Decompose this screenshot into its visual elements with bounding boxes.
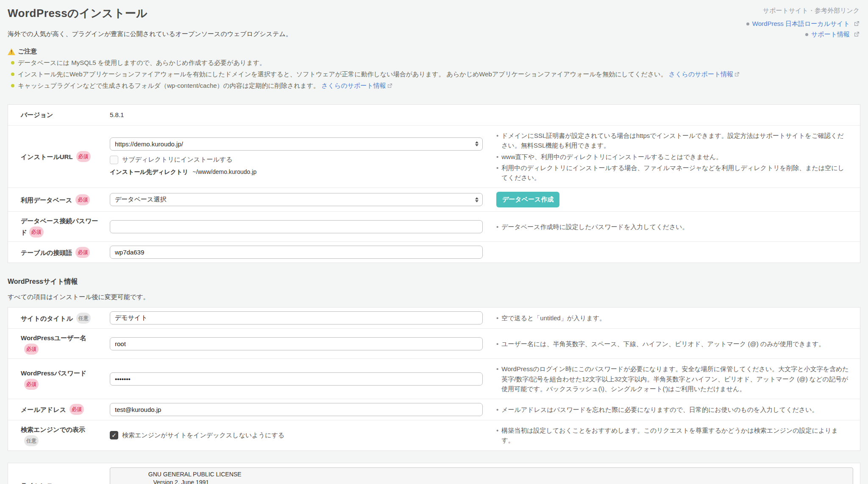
bullet-icon: • [496, 405, 498, 414]
field-note: 構築当初は設定しておくことをおすすめします。このリクエストを尊重するかどうかは検… [501, 425, 850, 445]
subdirectory-checkbox[interactable] [110, 156, 118, 164]
install-directory-line: インストール先ディレクトリ~/www/demo.kuroudo.jp [110, 168, 490, 176]
sakura-support-link[interactable]: さくらのサポート情報 [669, 70, 733, 78]
wordpress-install-page: サポートサイト・参考外部リンク WordPress 日本語ローカルサイト サポー… [0, 0, 868, 484]
external-link-icon [854, 31, 860, 38]
required-badge: 必須 [24, 344, 39, 355]
install-url-select[interactable]: https://demo.kuroudo.jp/ [110, 137, 483, 151]
field-label: メールアドレス [21, 406, 66, 413]
bullet-icon: • [496, 152, 498, 162]
note-line: •データベース作成時に設定したパスワードを入力してください。 [496, 222, 850, 232]
email-cell [103, 399, 496, 420]
field-label-cell: 利用データベース必須 [8, 190, 103, 210]
field-note: 利用中のディレクトリにインストールする場合、ファイルマネージャなどを利用しディレ… [501, 163, 850, 183]
required-badge: 必須 [70, 404, 84, 415]
field-label-cell: サイトのタイトル任意 [8, 309, 103, 328]
external-link-icon [387, 82, 392, 90]
field-note: データベース作成時に設定したパスワードを入力してください。 [501, 222, 688, 232]
notice-text: インストール先にWebアプリケーションファイアウォールを有効にしたドメインを選択… [18, 70, 740, 78]
form-row-search-engine: 検索エンジンでの表示任意 ✓ 検索エンジンがサイトをインデックスしないようにする… [8, 420, 860, 450]
noindex-checkbox-row: ✓ 検索エンジンがサイトをインデックスしないようにする [110, 431, 490, 439]
field-label-cell: テーブルの接頭語必須 [8, 243, 103, 262]
email-input[interactable] [110, 403, 483, 416]
license-textbox[interactable]: GNU GENERAL PUBLIC LICENSE Version 2, Ju… [110, 467, 853, 484]
db-password-cell [103, 216, 496, 237]
field-label-cell: インストールURL必須 [8, 147, 103, 166]
notice-text: データベースには MySQL5 を使用しますので、あらかじめ作成する必要がありま… [18, 59, 266, 67]
notice-text: キャッシュプラグインなどで生成されるフォルダ（wp-content/cache）… [18, 82, 392, 90]
field-label: テーブルの接頭語 [21, 249, 72, 256]
field-note-cell: •メールアドレスはパスワードを忘れた際に必要になりますので、日常的にお使いのもの… [496, 400, 860, 420]
bullet-icon [746, 22, 749, 25]
list-item: キャッシュプラグインなどで生成されるフォルダ（wp-content/cache）… [11, 82, 860, 90]
bullet-icon [11, 73, 14, 76]
license-cell: GNU GENERAL PUBLIC LICENSE Version 2, Ju… [103, 463, 860, 484]
field-label-cell: 検索エンジンでの表示任意 [8, 420, 103, 450]
page-title: WordPressのインストール [8, 6, 860, 21]
field-label: WordPressユーザー名 [21, 334, 86, 341]
notice-heading-label: ご注意 [18, 48, 37, 56]
field-label: バージョン [21, 111, 53, 118]
field-label: 利用データベース [21, 196, 72, 204]
bullet-icon [11, 84, 14, 87]
form-row-username: WordPressユーザー名必須 •ユーザー名には、半角英数字、スペース、下線、… [8, 328, 860, 358]
field-label: 検索エンジンでの表示 [21, 426, 85, 433]
database-selected-value: データベース選択 [115, 196, 166, 204]
page-header: WordPressのインストール 海外での人気が高く、プラグインが豊富に公開され… [0, 0, 868, 90]
table-prefix-input[interactable] [110, 246, 483, 259]
required-badge: 必須 [29, 227, 44, 238]
field-label-cell: WordPressパスワード必須 [8, 364, 103, 394]
version-value-cell: 5.8.1 [103, 107, 496, 123]
support-links-heading: サポートサイト・参考外部リンク [746, 7, 860, 15]
field-label: インストールURL [21, 153, 73, 160]
install-directory-label: インストール先ディレクトリ [110, 168, 189, 175]
support-info-link[interactable]: サポート情報 [811, 31, 850, 39]
note-line: •空で送ると「untitled」が入ります。 [496, 313, 850, 323]
section-heading: WordPressサイト情報 [8, 277, 860, 286]
notice-heading: ! ご注意 [8, 48, 860, 56]
external-link-icon [854, 20, 860, 28]
sakura-support-link[interactable]: さくらのサポート情報 [321, 82, 386, 89]
database-select[interactable]: データベース選択 [110, 193, 483, 206]
section-subtitle: すべての項目はインストール後に変更可能です。 [8, 293, 860, 301]
site-title-cell [103, 308, 496, 328]
create-database-button[interactable]: データベース作成 [496, 192, 559, 207]
wordpress-password-input[interactable] [110, 372, 483, 386]
list-item: サポート情報 [746, 31, 860, 39]
select-arrows-icon [475, 197, 479, 202]
field-note: ユーザー名には、半角英数字、スペース、下線、ハイフン、ピリオド、アットマーク (… [501, 339, 825, 349]
bullet-icon [11, 61, 14, 64]
noindex-checkbox[interactable]: ✓ [110, 431, 118, 439]
optional-badge: 任意 [76, 313, 91, 324]
field-label: WordPressパスワード [21, 369, 86, 377]
form-row-email: メールアドレス必須 •メールアドレスはパスワードを忘れた際に必要になりますので、… [8, 399, 860, 420]
db-password-input[interactable] [110, 220, 483, 233]
form-row-install-url: インストールURL必須 https://demo.kuroudo.jp/ サブデ… [8, 125, 860, 187]
wordpress-username-input[interactable] [110, 337, 483, 350]
site-title-input[interactable] [110, 311, 483, 325]
bullet-icon: • [496, 364, 498, 394]
bullet-icon: • [496, 339, 498, 349]
list-item: インストール先にWebアプリケーションファイアウォールを有効にしたドメインを選択… [11, 70, 860, 78]
wordpress-japan-site-link[interactable]: WordPress 日本語ローカルサイト [752, 20, 850, 28]
field-note-cell: •空で送ると「untitled」が入ります。 [496, 308, 860, 328]
list-item: WordPress 日本語ローカルサイト [746, 20, 860, 28]
password-cell [103, 369, 496, 389]
bullet-icon: • [496, 222, 498, 232]
noindex-checkbox-label: 検索エンジンがサイトをインデックスしないようにする [122, 431, 284, 439]
version-value: 5.8.1 [110, 111, 124, 118]
note-line: •www直下や、利用中のディレクトリにインストールすることはできません。 [496, 152, 850, 162]
notice-text-body: インストール先にWebアプリケーションファイアウォールを有効にしたドメインを選択… [18, 70, 667, 78]
page-description: 海外での人気が高く、プラグインが豊富に公開されているオープンソースのウェブログシ… [8, 30, 860, 38]
notice-text-body: キャッシュプラグインなどで生成されるフォルダ（wp-content/cache）… [18, 82, 320, 89]
bullet-icon: • [496, 131, 498, 151]
field-note: 空で送ると「untitled」が入ります。 [501, 313, 606, 323]
database-select-cell: データベース選択 [103, 189, 496, 210]
bullet-icon [805, 33, 808, 36]
field-label-cell: バージョン [8, 106, 103, 124]
notice-list: データベースには MySQL5 を使用しますので、あらかじめ作成する必要がありま… [8, 59, 860, 90]
form-row-table-prefix: テーブルの接頭語必須 [8, 241, 860, 263]
form-row-site-title: サイトのタイトル任意 •空で送ると「untitled」が入ります。 [8, 308, 860, 328]
bullet-icon: • [496, 163, 498, 183]
note-line: •ドメインにSSL証明書が設定されている場合はhttpsでインストールできます。… [496, 131, 850, 151]
